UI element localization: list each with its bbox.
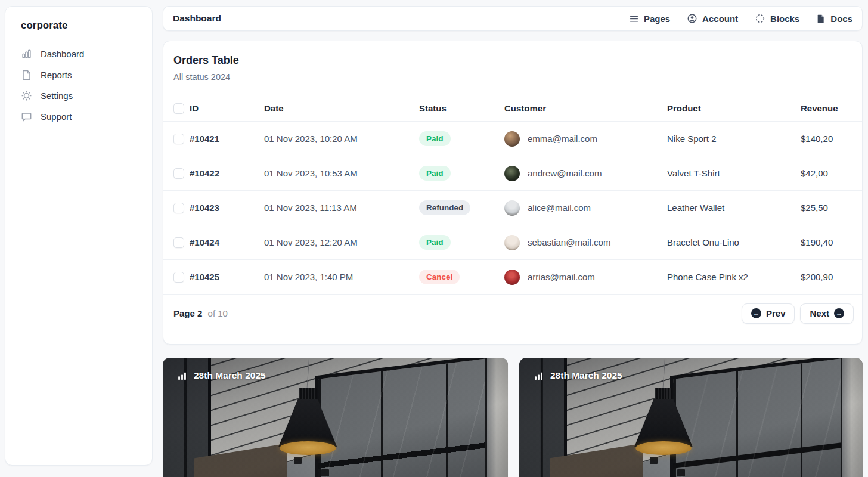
sidebar-item-settings[interactable]: Settings [16, 85, 141, 106]
nav-link-label: Docs [830, 14, 852, 24]
table-header-row: ID Date Status Customer Product Revenue [163, 95, 862, 122]
table-row: #10421 01 Nov 2023, 10:20 AM Paid emma@m… [163, 122, 862, 156]
prev-button[interactable]: ← Prev [742, 303, 795, 324]
sidebar-item-label: Dashboard [41, 49, 84, 59]
chat-icon [21, 111, 32, 122]
row-checkbox[interactable] [173, 272, 184, 283]
order-id: #10425 [190, 272, 264, 282]
table-row: #10423 01 Nov 2023, 11:13 AM Refunded al… [163, 191, 862, 225]
customer-email: alice@mail.com [528, 203, 591, 213]
sidebar: corporate Dashboard Reports Settings Sup… [5, 6, 153, 466]
dashed-circle-icon [755, 13, 765, 24]
topbar-nav: Pages Account Blocks Docs [629, 13, 852, 24]
user-circle-icon [687, 13, 698, 24]
nav-link-docs[interactable]: Docs [816, 14, 852, 24]
customer-email: emma@mail.com [528, 134, 597, 144]
column-header-customer: Customer [504, 103, 667, 113]
column-header-status: Status [419, 103, 504, 113]
topbar: Dashboard Pages Account Blocks Docs [163, 6, 863, 31]
order-product: Bracelet Onu-Lino [667, 237, 801, 247]
order-date: 01 Nov 2023, 10:53 AM [264, 168, 419, 178]
orders-card: Orders Table All status 2024 ID Date Sta… [163, 41, 863, 345]
sidebar-item-support[interactable]: Support [16, 106, 141, 127]
office-photo: 28th March 2025 [519, 358, 863, 477]
row-checkbox[interactable] [173, 237, 184, 248]
customer-email: arrias@mail.com [528, 272, 595, 282]
workspace-title: corporate [21, 20, 141, 32]
nav-link-blocks[interactable]: Blocks [755, 13, 799, 24]
orders-header: Orders Table All status 2024 [163, 41, 862, 82]
next-button[interactable]: Next → [800, 303, 854, 324]
order-revenue: $200,90 [801, 272, 850, 282]
page-title: Dashboard [173, 13, 221, 24]
order-id: #10422 [190, 168, 264, 178]
order-product: Leather Wallet [667, 203, 801, 213]
avatar [504, 270, 520, 285]
order-customer: sebastian@mail.com [504, 235, 667, 250]
status-badge: Refunded [419, 200, 470, 215]
nav-link-pages[interactable]: Pages [629, 14, 670, 24]
next-button-label: Next [810, 308, 829, 318]
nav-link-label: Pages [644, 14, 670, 24]
order-date: 01 Nov 2023, 11:13 AM [264, 203, 419, 213]
select-all-checkbox[interactable] [173, 103, 184, 114]
status-badge: Cancel [419, 270, 460, 284]
nav-link-label: Account [702, 14, 738, 24]
photo-date-text: 28th March 2025 [194, 370, 266, 381]
photo-card-2[interactable]: 28th March 2025 [519, 358, 863, 477]
menu-icon [629, 14, 639, 24]
avatar [504, 200, 520, 216]
avatar [504, 131, 520, 147]
order-product: Nike Sport 2 [667, 134, 801, 144]
status-badge: Paid [419, 131, 451, 146]
order-customer: alice@mail.com [504, 200, 667, 216]
order-revenue: $190,40 [801, 237, 850, 247]
nav-link-label: Blocks [770, 14, 799, 24]
row-checkbox[interactable] [173, 168, 184, 179]
order-customer: andrew@mail.com [504, 166, 667, 181]
order-date: 01 Nov 2023, 1:40 PM [264, 272, 419, 282]
file-icon [21, 69, 32, 80]
order-customer: arrias@mail.com [504, 270, 667, 285]
order-id: #10423 [190, 203, 264, 213]
photo-date-text: 28th March 2025 [550, 370, 622, 381]
column-header-product: Product [667, 103, 801, 113]
order-date: 01 Nov 2023, 12:20 AM [264, 237, 419, 247]
office-photo: 28th March 2025 [163, 358, 508, 477]
order-product: Phone Case Pink x2 [667, 272, 801, 282]
page-number: Page 2 [173, 308, 202, 318]
sidebar-item-label: Reports [41, 70, 72, 80]
orders-title: Orders Table [173, 54, 850, 67]
avatar [504, 235, 520, 250]
sidebar-item-label: Settings [41, 91, 73, 101]
table-row: #10424 01 Nov 2023, 12:20 AM Paid sebast… [163, 225, 862, 260]
arrow-left-icon: ← [751, 308, 761, 318]
customer-email: sebastian@mail.com [528, 237, 610, 247]
page-info: Page 2 of 10 [173, 308, 228, 318]
document-icon [816, 14, 826, 24]
pagination: Page 2 of 10 ← Prev Next → [163, 295, 862, 332]
order-revenue: $42,00 [801, 168, 850, 178]
nav-link-account[interactable]: Account [687, 13, 738, 24]
column-header-date: Date [264, 103, 419, 113]
order-id: #10421 [190, 134, 264, 144]
customer-email: andrew@mail.com [528, 168, 602, 178]
bar-chart-icon [21, 48, 32, 60]
table-row: #10422 01 Nov 2023, 10:53 AM Paid andrew… [163, 156, 862, 191]
order-id: #10424 [190, 237, 264, 247]
photo-date-label: 28th March 2025 [534, 370, 622, 381]
sidebar-item-reports[interactable]: Reports [16, 64, 141, 85]
page-total: of 10 [208, 308, 228, 318]
gear-icon [21, 90, 32, 101]
order-revenue: $140,20 [801, 134, 850, 144]
table-row: #10425 01 Nov 2023, 1:40 PM Cancel arria… [163, 260, 862, 295]
order-customer: emma@mail.com [504, 131, 667, 147]
avatar [504, 166, 520, 181]
photo-date-label: 28th March 2025 [177, 370, 266, 381]
sidebar-item-dashboard[interactable]: Dashboard [16, 44, 141, 64]
row-checkbox[interactable] [173, 134, 184, 144]
photo-card-1[interactable]: 28th March 2025 [163, 358, 508, 477]
status-badge: Paid [419, 166, 451, 181]
order-revenue: $25,50 [801, 203, 850, 213]
row-checkbox[interactable] [173, 203, 184, 213]
